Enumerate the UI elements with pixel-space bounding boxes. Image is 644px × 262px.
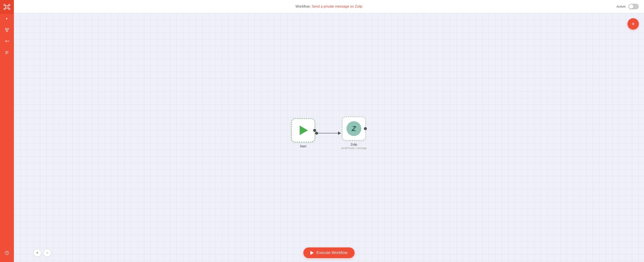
- svg-point-4: [8, 8, 10, 10]
- workflow-label: Workflow:: [296, 5, 312, 8]
- svg-marker-9: [6, 18, 8, 20]
- connector-arrow: [338, 132, 341, 135]
- zulip-node[interactable]: Z Zulip sendPrivate: message: [341, 117, 367, 150]
- play-icon: [300, 125, 308, 135]
- active-label: Active:: [616, 5, 626, 8]
- sidebar-collapse-button[interactable]: [0, 15, 14, 23]
- sidebar-item-credentials[interactable]: [0, 36, 14, 47]
- zoom-in-button[interactable]: +: [34, 249, 41, 257]
- zulip-icon-circle: Z: [346, 121, 361, 136]
- start-node-label: Start: [300, 145, 306, 148]
- add-node-button[interactable]: +: [628, 18, 639, 30]
- svg-rect-10: [5, 28, 6, 29]
- svg-point-26: [7, 254, 7, 254]
- header-right: Active:: [362, 4, 639, 9]
- zulip-node-sublabel: sendPrivate: message: [341, 147, 367, 150]
- connector: [315, 132, 341, 135]
- svg-point-17: [6, 40, 7, 42]
- sidebar-item-workflows[interactable]: [0, 24, 14, 36]
- sidebar-item-executions[interactable]: [0, 47, 14, 58]
- main-area: Workflow: Send a private message on Zuli…: [14, 0, 644, 262]
- zulip-node-box[interactable]: Z: [342, 117, 366, 141]
- sidebar: [0, 0, 14, 262]
- workflow-canvas: Start Z Zulip: [14, 13, 644, 262]
- svg-point-3: [4, 8, 6, 10]
- execute-workflow-label: Execute Workflow: [316, 250, 348, 255]
- workflow-name: Send a private message on Zulip: [312, 5, 362, 8]
- zulip-letter: Z: [352, 125, 356, 133]
- workflow-canvas-area: Start Z Zulip: [14, 13, 644, 262]
- connector-line: [318, 133, 338, 134]
- sidebar-item-help[interactable]: [0, 247, 14, 258]
- svg-rect-12: [6, 31, 8, 32]
- execute-play-icon: [310, 251, 314, 255]
- app-logo[interactable]: [0, 0, 14, 14]
- zoom-out-button[interactable]: −: [43, 249, 51, 257]
- svg-point-1: [4, 4, 6, 6]
- workflow-title: Workflow: Send a private message on Zuli…: [296, 5, 362, 9]
- zoom-controls: + −: [34, 249, 51, 257]
- connector-dot: [315, 132, 318, 135]
- svg-rect-11: [7, 28, 9, 29]
- active-toggle[interactable]: [628, 4, 639, 9]
- zulip-output-dot[interactable]: [364, 127, 367, 130]
- start-node-box[interactable]: [291, 118, 315, 142]
- header: Workflow: Send a private message on Zuli…: [14, 0, 644, 13]
- start-node[interactable]: Start: [291, 118, 315, 148]
- nodes-area: Start Z Zulip: [291, 117, 367, 150]
- zulip-node-label: Zulip: [350, 143, 357, 146]
- execute-workflow-button[interactable]: Execute Workflow: [303, 247, 354, 258]
- svg-point-2: [8, 4, 10, 6]
